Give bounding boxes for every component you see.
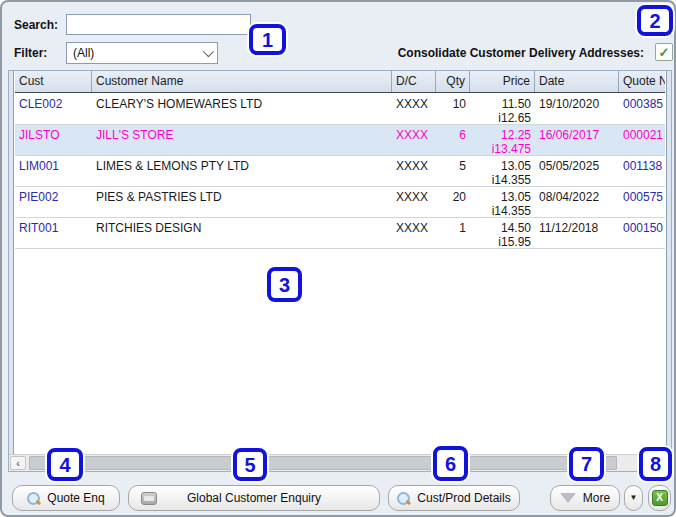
cell-date: 16/06/2017 xyxy=(535,125,619,155)
cell-dc: XXXX xyxy=(392,94,436,124)
table-row[interactable]: JILSTO JILL'S STORE XXXX 6 12.25i13.475 … xyxy=(15,125,665,156)
callout-badge-6: 6 xyxy=(433,446,468,481)
callout-badge-1: 1 xyxy=(249,24,286,55)
column-header-dc[interactable]: D/C xyxy=(392,71,436,92)
cell-price: 14.50i15.95 xyxy=(470,218,535,248)
cell-quote: 000021 xyxy=(619,125,665,155)
cell-name: RITCHIES DESIGN xyxy=(92,218,392,248)
table-row[interactable]: CLE002 CLEARY'S HOMEWARES LTD XXXX 10 11… xyxy=(15,94,665,125)
cell-price-inc: i12.65 xyxy=(474,111,531,124)
global-customer-enquiry-button[interactable]: Global Customer Enquiry xyxy=(128,485,380,511)
scrollbar-thumb[interactable] xyxy=(29,456,617,470)
cell-qty: 5 xyxy=(436,156,470,186)
cell-dc: XXXX xyxy=(392,187,436,217)
cell-dc: XXXX xyxy=(392,156,436,186)
cell-date: 05/05/2025 xyxy=(535,156,619,186)
enquiry-device-icon xyxy=(141,492,157,505)
cell-cust: LIM001 xyxy=(15,156,92,186)
column-header-qty[interactable]: Qty xyxy=(436,71,470,92)
triangle-down-icon xyxy=(560,493,576,503)
column-header-price[interactable]: Price xyxy=(470,71,535,92)
cell-price-inc: i13.475 xyxy=(474,142,531,155)
cell-name: PIES & PASTRIES LTD xyxy=(92,187,392,217)
vertical-scrollbar[interactable] xyxy=(666,71,671,454)
cell-date: 11/12/2018 xyxy=(535,218,619,248)
quote-enq-label: Quote Enq xyxy=(47,491,104,505)
cell-name: CLEARY'S HOMEWARES LTD xyxy=(92,94,392,124)
column-header-quote[interactable]: Quote N xyxy=(619,71,665,92)
chevron-down-icon xyxy=(203,46,214,57)
more-label: More xyxy=(583,491,610,505)
cell-name: LIMES & LEMONS PTY LTD xyxy=(92,156,392,186)
enquiry-window: Search: Filter: (All) Consolidate Custom… xyxy=(0,0,676,517)
cell-price-inc: i15.95 xyxy=(474,235,531,248)
cell-dc: XXXX xyxy=(392,218,436,248)
export-excel-button[interactable]: X xyxy=(648,485,671,511)
cell-qty: 6 xyxy=(436,125,470,155)
row-selector-strip xyxy=(9,71,14,454)
cell-cust: PIE002 xyxy=(15,187,92,217)
cell-price: 13.05i14.355 xyxy=(470,156,535,186)
cell-price: 12.25i13.475 xyxy=(470,125,535,155)
table-header-row: Cust Customer Name D/C Qty Price Date Qu… xyxy=(15,71,665,93)
column-header-date[interactable]: Date xyxy=(535,71,619,92)
cell-quote: 000385 xyxy=(619,94,665,124)
cell-quote: 001138 xyxy=(619,156,665,186)
consolidate-checkbox[interactable]: ✓ xyxy=(655,43,673,61)
more-dropdown-button[interactable]: ▼ xyxy=(624,485,643,511)
search-input[interactable] xyxy=(66,14,251,35)
filter-label: Filter: xyxy=(14,46,47,60)
dropdown-arrow-icon: ▼ xyxy=(630,494,638,502)
search-label: Search: xyxy=(14,18,58,32)
callout-badge-7: 7 xyxy=(569,447,604,481)
cell-qty: 10 xyxy=(436,94,470,124)
cust-prod-details-button[interactable]: Cust/Prod Details xyxy=(388,485,520,511)
magnifier-icon xyxy=(27,492,40,505)
cell-date: 19/10/2020 xyxy=(535,94,619,124)
cell-cust: RIT001 xyxy=(15,218,92,248)
table-body: CLE002 CLEARY'S HOMEWARES LTD XXXX 10 11… xyxy=(15,94,665,249)
scroll-left-button[interactable]: ‹ xyxy=(10,456,26,470)
cell-cust: CLE002 xyxy=(15,94,92,124)
quote-enq-button[interactable]: Quote Enq xyxy=(12,485,120,511)
global-customer-enquiry-label: Global Customer Enquiry xyxy=(187,491,321,505)
table-row[interactable]: LIM001 LIMES & LEMONS PTY LTD XXXX 5 13.… xyxy=(15,156,665,187)
magnifier-icon xyxy=(397,492,410,505)
cell-price-inc: i14.355 xyxy=(474,204,531,217)
cell-dc: XXXX xyxy=(392,125,436,155)
cell-price: 13.05i14.355 xyxy=(470,187,535,217)
table-row[interactable]: RIT001 RITCHIES DESIGN XXXX 1 14.50i15.9… xyxy=(15,218,665,249)
cell-price: 11.50i12.65 xyxy=(470,94,535,124)
filter-dropdown[interactable]: (All) xyxy=(66,42,218,64)
callout-badge-3: 3 xyxy=(267,267,302,302)
cell-price-inc: i14.355 xyxy=(474,173,531,186)
cell-date: 08/04/2022 xyxy=(535,187,619,217)
callout-badge-4: 4 xyxy=(47,448,83,481)
table-row[interactable]: PIE002 PIES & PASTRIES LTD XXXX 20 13.05… xyxy=(15,187,665,218)
scroll-left-icon: ‹ xyxy=(16,458,20,469)
cell-cust: JILSTO xyxy=(15,125,92,155)
excel-icon: X xyxy=(652,490,668,506)
results-grid: Cust Customer Name D/C Qty Price Date Qu… xyxy=(8,70,672,472)
callout-badge-2: 2 xyxy=(637,5,673,36)
cell-quote: 000150 xyxy=(619,218,665,248)
cell-quote: 000575 xyxy=(619,187,665,217)
column-header-cust[interactable]: Cust xyxy=(15,71,92,92)
more-button[interactable]: More xyxy=(550,485,620,511)
callout-badge-8: 8 xyxy=(639,447,672,481)
consolidate-label: Consolidate Customer Delivery Addresses: xyxy=(398,46,644,60)
check-icon: ✓ xyxy=(659,46,670,59)
cell-name: JILL'S STORE xyxy=(92,125,392,155)
column-header-name[interactable]: Customer Name xyxy=(92,71,392,92)
callout-badge-5: 5 xyxy=(233,448,267,481)
cell-qty: 1 xyxy=(436,218,470,248)
cust-prod-details-label: Cust/Prod Details xyxy=(417,491,510,505)
filter-selected-value: (All) xyxy=(73,46,94,60)
cell-qty: 20 xyxy=(436,187,470,217)
